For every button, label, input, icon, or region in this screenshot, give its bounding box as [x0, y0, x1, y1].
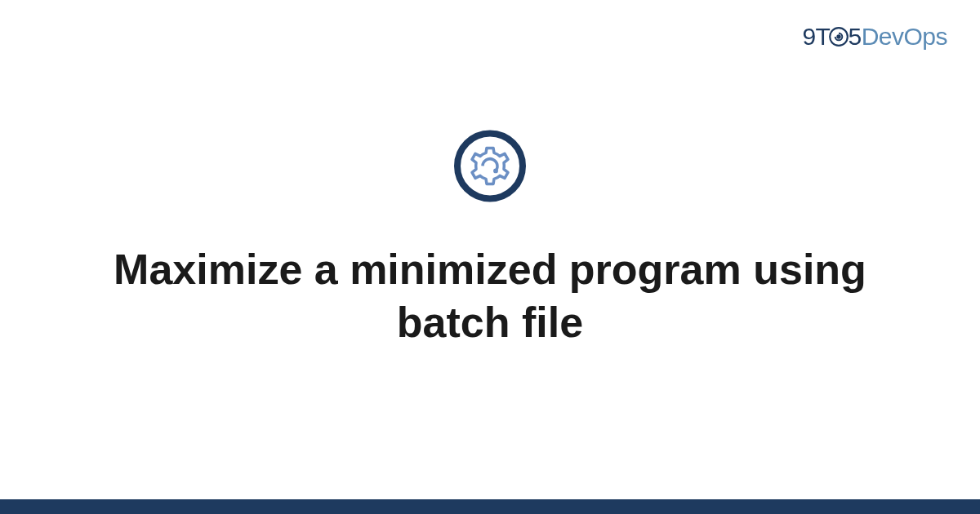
- logo-text-part1: 9T: [802, 23, 830, 50]
- logo-text-part2: 5: [848, 23, 861, 50]
- page-title: Maximize a minimized program using batch…: [102, 243, 878, 349]
- logo-gear-icon: [828, 25, 849, 53]
- svg-point-3: [495, 170, 497, 171]
- logo-text-part3: DevOps: [862, 23, 947, 50]
- main-content: Maximize a minimized program using batch…: [0, 129, 980, 349]
- gear-icon: [453, 129, 527, 202]
- site-logo: 9T 5DevOps: [802, 23, 947, 53]
- svg-point-1: [838, 35, 840, 38]
- svg-point-2: [457, 133, 523, 198]
- bottom-accent-bar: [0, 499, 980, 514]
